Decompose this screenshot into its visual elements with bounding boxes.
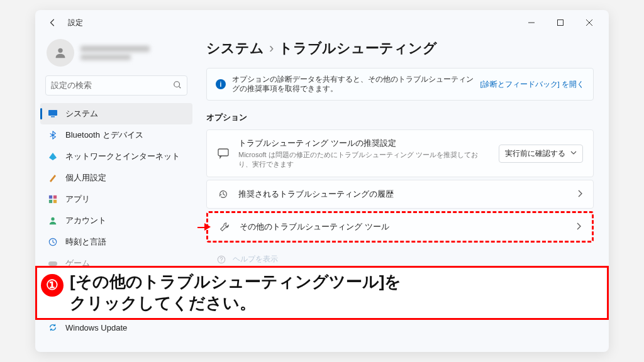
svg-point-2 (174, 81, 180, 87)
close-button[interactable] (575, 10, 604, 35)
wrench-icon (218, 221, 231, 233)
sidebar-item-time-language[interactable]: 時刻と言語 (40, 231, 192, 253)
sidebar-item-windows-update[interactable]: Windows Update (40, 317, 192, 338)
annotation-text: [その他のトラブルシューティングツール]を クリックしてください。 (70, 272, 401, 314)
help-icon (216, 255, 226, 265)
sidebar-item-network[interactable]: ネットワークとインターネット (40, 146, 192, 167)
svg-rect-7 (49, 200, 52, 203)
sidebar-item-personalization[interactable]: 個人用設定 (40, 167, 192, 189)
sidebar-item-label: アプリ (65, 194, 90, 205)
annotation-callout: ① [その他のトラブルシューティングツール]を クリックしてください。 (35, 266, 609, 320)
card-subtitle: Microsoft は問題の修正のためにトラブルシューティング ツールを推奨して… (238, 150, 490, 169)
card-recommended-settings: トラブルシューティング ツールの推奨設定 Microsoft は問題の修正のため… (206, 129, 594, 177)
highlight-other-troubleshooters: その他のトラブルシューティング ツール (206, 211, 594, 243)
wifi-icon (48, 151, 58, 162)
banner-text: オプションの診断データを共有すると、その他のトラブルシューティングの推奨事項を取… (232, 75, 474, 94)
annotation-step-number: ① (41, 274, 64, 297)
chevron-down-icon (570, 149, 577, 158)
sidebar-item-label: ネットワークとインターネット (65, 151, 180, 162)
svg-rect-5 (49, 195, 52, 199)
sidebar-item-apps[interactable]: アプリ (40, 189, 192, 210)
annotation-arrow-head (204, 223, 211, 231)
chat-icon (217, 147, 230, 160)
sidebar-item-label: システム (65, 108, 98, 119)
info-icon: i (216, 79, 226, 89)
back-button[interactable] (47, 16, 59, 29)
minimize-button[interactable] (517, 10, 546, 35)
brush-icon (48, 173, 58, 183)
search-placeholder: 設定の検索 (51, 80, 173, 91)
dropdown-value: 実行前に確認する (505, 148, 565, 159)
account-icon (48, 216, 58, 226)
chevron-right-icon (575, 221, 582, 233)
user-profile[interactable] (40, 35, 192, 75)
breadcrumb-current: トラブルシューティング (279, 39, 437, 58)
monitor-icon (48, 109, 58, 119)
sidebar-item-label: アカウント (65, 215, 106, 226)
card-title: トラブルシューティング ツールの推奨設定 (238, 138, 490, 149)
svg-rect-0 (558, 20, 564, 26)
sidebar-item-system[interactable]: システム (40, 103, 192, 124)
svg-point-1 (58, 48, 62, 53)
open-diagnostics-link[interactable]: [診断とフィードバック] を開く (480, 80, 584, 89)
clock-icon (48, 237, 58, 247)
card-title: 推奨されるトラブルシューティングの履歴 (238, 189, 568, 200)
apps-icon (48, 194, 58, 204)
svg-rect-11 (48, 261, 57, 266)
sidebar-item-bluetooth[interactable]: Bluetooth とデバイス (40, 124, 192, 146)
avatar (47, 39, 74, 67)
svg-rect-4 (51, 116, 55, 118)
maximize-button[interactable] (546, 10, 575, 35)
breadcrumb-separator: › (269, 40, 274, 57)
breadcrumb-parent[interactable]: システム (206, 39, 264, 58)
sidebar-item-label: 時刻と言語 (65, 236, 106, 248)
recommended-dropdown[interactable]: 実行前に確認する (499, 145, 583, 163)
bluetooth-icon (48, 130, 58, 140)
sidebar-item-label: Bluetooth とデバイス (65, 129, 143, 141)
update-icon (48, 322, 58, 332)
help-link-label: ヘルプを表示 (233, 254, 278, 265)
breadcrumb: システム › トラブルシューティング (206, 35, 594, 68)
sidebar-item-accounts[interactable]: アカウント (40, 210, 192, 231)
search-input[interactable]: 設定の検索 (45, 75, 187, 96)
svg-rect-8 (53, 200, 57, 203)
svg-rect-6 (53, 195, 57, 199)
user-name-blurred (80, 46, 150, 52)
svg-rect-13 (218, 149, 228, 156)
history-icon (217, 188, 230, 200)
card-other-troubleshooters[interactable]: その他のトラブルシューティング ツール (208, 213, 592, 241)
card-title: その他のトラブルシューティング ツール (240, 221, 567, 233)
section-label-options: オプション (206, 112, 594, 123)
search-icon (173, 80, 182, 91)
window-title: 設定 (68, 18, 83, 28)
sidebar-item-label: 個人用設定 (65, 172, 106, 184)
card-troubleshoot-history[interactable]: 推奨されるトラブルシューティングの履歴 (206, 180, 594, 209)
svg-point-9 (51, 217, 54, 221)
user-email-blurred (80, 55, 131, 60)
sidebar-item-label: Windows Update (65, 323, 127, 332)
diagnostics-banner: i オプションの診断データを共有すると、その他のトラブルシューティングの推奨事項… (206, 68, 594, 101)
titlebar: 設定 (35, 10, 609, 35)
chevron-right-icon (577, 189, 583, 200)
svg-rect-3 (48, 110, 57, 116)
